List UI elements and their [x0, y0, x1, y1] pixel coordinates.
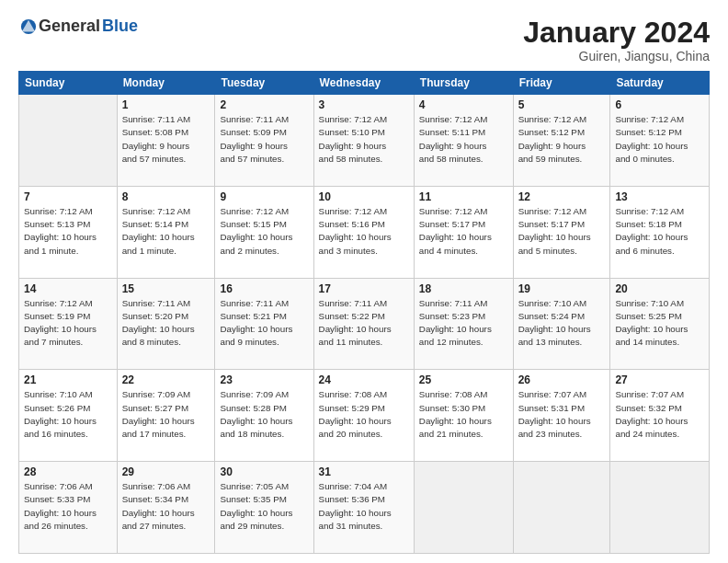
table-row: 6Sunrise: 7:12 AMSunset: 5:12 PMDaylight… — [610, 95, 710, 187]
day-number: 24 — [319, 373, 409, 386]
table-row: 18Sunrise: 7:11 AMSunset: 5:23 PMDayligh… — [414, 278, 513, 370]
day-info: Sunrise: 7:12 AMSunset: 5:19 PMDaylight:… — [24, 297, 112, 350]
day-number: 27 — [615, 373, 704, 386]
day-info: Sunrise: 7:11 AMSunset: 5:23 PMDaylight:… — [419, 297, 508, 350]
day-info: Sunrise: 7:11 AMSunset: 5:08 PMDaylight:… — [122, 113, 210, 166]
day-number: 6 — [615, 98, 704, 111]
table-row: 13Sunrise: 7:12 AMSunset: 5:18 PMDayligh… — [610, 186, 710, 278]
table-row: 23Sunrise: 7:09 AMSunset: 5:28 PMDayligh… — [215, 370, 313, 462]
day-info: Sunrise: 7:06 AMSunset: 5:33 PMDaylight:… — [24, 480, 112, 533]
table-row: 20Sunrise: 7:10 AMSunset: 5:25 PMDayligh… — [610, 278, 710, 370]
day-number: 26 — [518, 373, 606, 386]
day-number: 7 — [24, 190, 112, 203]
col-sunday: Sunday — [19, 72, 118, 95]
col-friday: Friday — [513, 72, 610, 95]
calendar-header-row: Sunday Monday Tuesday Wednesday Thursday… — [19, 72, 710, 95]
day-info: Sunrise: 7:04 AMSunset: 5:36 PMDaylight:… — [319, 480, 409, 533]
table-row: 29Sunrise: 7:06 AMSunset: 5:34 PMDayligh… — [117, 462, 215, 554]
day-info: Sunrise: 7:10 AMSunset: 5:26 PMDaylight:… — [24, 388, 112, 441]
day-number: 31 — [319, 465, 409, 478]
day-number: 21 — [24, 373, 112, 386]
table-row: 9Sunrise: 7:12 AMSunset: 5:15 PMDaylight… — [215, 186, 313, 278]
title-block: January 2024 Guiren, Jiangsu, China — [523, 17, 710, 63]
day-number: 4 — [419, 98, 508, 111]
day-info: Sunrise: 7:12 AMSunset: 5:10 PMDaylight:… — [319, 113, 409, 166]
day-number: 25 — [419, 373, 508, 386]
calendar-table: Sunday Monday Tuesday Wednesday Thursday… — [18, 71, 710, 554]
day-number: 22 — [122, 373, 210, 386]
day-number: 15 — [122, 282, 210, 295]
day-number: 8 — [122, 190, 210, 203]
table-row — [414, 462, 513, 554]
table-row: 1Sunrise: 7:11 AMSunset: 5:08 PMDaylight… — [117, 95, 215, 187]
day-number: 3 — [319, 98, 409, 111]
table-row: 5Sunrise: 7:12 AMSunset: 5:12 PMDaylight… — [513, 95, 610, 187]
day-info: Sunrise: 7:08 AMSunset: 5:30 PMDaylight:… — [419, 388, 508, 441]
table-row: 24Sunrise: 7:08 AMSunset: 5:29 PMDayligh… — [313, 370, 414, 462]
day-info: Sunrise: 7:12 AMSunset: 5:18 PMDaylight:… — [615, 205, 704, 258]
table-row: 17Sunrise: 7:11 AMSunset: 5:22 PMDayligh… — [313, 278, 414, 370]
day-info: Sunrise: 7:12 AMSunset: 5:11 PMDaylight:… — [419, 113, 508, 166]
table-row: 15Sunrise: 7:11 AMSunset: 5:20 PMDayligh… — [117, 278, 215, 370]
day-number: 10 — [319, 190, 409, 203]
table-row: 3Sunrise: 7:12 AMSunset: 5:10 PMDaylight… — [313, 95, 414, 187]
day-number: 14 — [24, 282, 112, 295]
day-number: 1 — [122, 98, 210, 111]
table-row — [19, 95, 118, 187]
day-number: 13 — [615, 190, 704, 203]
day-info: Sunrise: 7:12 AMSunset: 5:14 PMDaylight:… — [122, 205, 210, 258]
day-info: Sunrise: 7:12 AMSunset: 5:15 PMDaylight:… — [220, 205, 308, 258]
table-row: 22Sunrise: 7:09 AMSunset: 5:27 PMDayligh… — [117, 370, 215, 462]
day-info: Sunrise: 7:09 AMSunset: 5:27 PMDaylight:… — [122, 388, 210, 441]
table-row: 16Sunrise: 7:11 AMSunset: 5:21 PMDayligh… — [215, 278, 313, 370]
table-row: 30Sunrise: 7:05 AMSunset: 5:35 PMDayligh… — [215, 462, 313, 554]
day-number: 18 — [419, 282, 508, 295]
day-number: 12 — [518, 190, 606, 203]
day-number: 5 — [518, 98, 606, 111]
table-row: 26Sunrise: 7:07 AMSunset: 5:31 PMDayligh… — [513, 370, 610, 462]
month-title: January 2024 — [523, 17, 710, 49]
day-info: Sunrise: 7:11 AMSunset: 5:20 PMDaylight:… — [122, 297, 210, 350]
day-number: 17 — [319, 282, 409, 295]
day-info: Sunrise: 7:12 AMSunset: 5:17 PMDaylight:… — [419, 205, 508, 258]
table-row: 27Sunrise: 7:07 AMSunset: 5:32 PMDayligh… — [610, 370, 710, 462]
day-number: 9 — [220, 190, 308, 203]
table-row: 31Sunrise: 7:04 AMSunset: 5:36 PMDayligh… — [313, 462, 414, 554]
col-thursday: Thursday — [414, 72, 513, 95]
day-info: Sunrise: 7:12 AMSunset: 5:13 PMDaylight:… — [24, 205, 112, 258]
table-row: 28Sunrise: 7:06 AMSunset: 5:33 PMDayligh… — [19, 462, 118, 554]
table-row: 7Sunrise: 7:12 AMSunset: 5:13 PMDaylight… — [19, 186, 118, 278]
table-row: 19Sunrise: 7:10 AMSunset: 5:24 PMDayligh… — [513, 278, 610, 370]
day-number: 11 — [419, 190, 508, 203]
header: General Blue January 2024 Guiren, Jiangs… — [18, 17, 710, 63]
table-row — [610, 462, 710, 554]
table-row: 2Sunrise: 7:11 AMSunset: 5:09 PMDaylight… — [215, 95, 313, 187]
day-number: 2 — [220, 98, 308, 111]
day-info: Sunrise: 7:08 AMSunset: 5:29 PMDaylight:… — [319, 388, 409, 441]
day-info: Sunrise: 7:12 AMSunset: 5:16 PMDaylight:… — [319, 205, 409, 258]
table-row: 25Sunrise: 7:08 AMSunset: 5:30 PMDayligh… — [414, 370, 513, 462]
table-row — [513, 462, 610, 554]
logo-blue-text: Blue — [102, 17, 138, 36]
logo-general-text: General — [39, 17, 100, 36]
day-number: 20 — [615, 282, 704, 295]
day-info: Sunrise: 7:11 AMSunset: 5:22 PMDaylight:… — [319, 297, 409, 350]
table-row: 10Sunrise: 7:12 AMSunset: 5:16 PMDayligh… — [313, 186, 414, 278]
table-row: 4Sunrise: 7:12 AMSunset: 5:11 PMDaylight… — [414, 95, 513, 187]
day-info: Sunrise: 7:10 AMSunset: 5:25 PMDaylight:… — [615, 297, 704, 350]
col-monday: Monday — [117, 72, 215, 95]
day-info: Sunrise: 7:06 AMSunset: 5:34 PMDaylight:… — [122, 480, 210, 533]
day-info: Sunrise: 7:09 AMSunset: 5:28 PMDaylight:… — [220, 388, 308, 441]
page: General Blue January 2024 Guiren, Jiangs… — [0, 0, 728, 563]
day-info: Sunrise: 7:07 AMSunset: 5:31 PMDaylight:… — [518, 388, 606, 441]
day-info: Sunrise: 7:07 AMSunset: 5:32 PMDaylight:… — [615, 388, 704, 441]
table-row: 21Sunrise: 7:10 AMSunset: 5:26 PMDayligh… — [19, 370, 118, 462]
logo-icon — [20, 18, 37, 35]
day-number: 19 — [518, 282, 606, 295]
day-info: Sunrise: 7:11 AMSunset: 5:21 PMDaylight:… — [220, 297, 308, 350]
day-number: 29 — [122, 465, 210, 478]
day-info: Sunrise: 7:10 AMSunset: 5:24 PMDaylight:… — [518, 297, 606, 350]
day-number: 28 — [24, 465, 112, 478]
day-number: 23 — [220, 373, 308, 386]
location-subtitle: Guiren, Jiangsu, China — [523, 49, 710, 63]
